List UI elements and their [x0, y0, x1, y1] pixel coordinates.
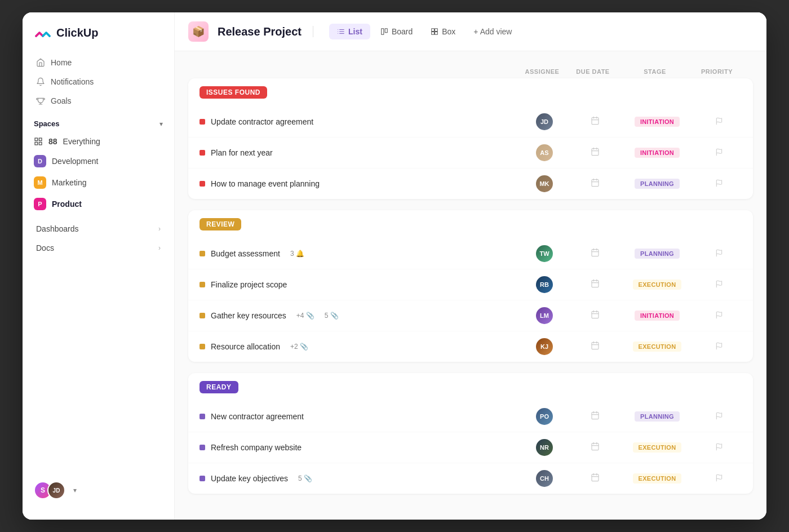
- section-tag-issues-found[interactable]: ISSUES FOUND: [200, 86, 267, 99]
- task-row[interactable]: Gather key resources+4 📎5 📎LMINITIATION: [188, 300, 753, 331]
- priority-cell[interactable]: [697, 280, 742, 290]
- sidebar-item-dashboards[interactable]: Dashboards ›: [29, 219, 167, 238]
- calendar-icon: [591, 341, 600, 352]
- task-row[interactable]: How to manage event planningMKPLANNING: [188, 169, 753, 199]
- task-row[interactable]: Plan for next yearASINITIATION: [188, 138, 753, 169]
- task-name-cell: Gather key resources+4 📎5 📎: [200, 311, 516, 320]
- priority-cell[interactable]: [697, 148, 742, 158]
- tab-list[interactable]: List: [329, 24, 370, 39]
- spaces-chevron-icon[interactable]: ▾: [159, 120, 163, 128]
- svg-rect-15: [435, 32, 438, 35]
- stage-cell[interactable]: PLANNING: [618, 249, 697, 259]
- due-date-cell[interactable]: [573, 341, 618, 352]
- section-ready: READYNew contractor agreementPOPLANNINGR…: [188, 373, 753, 494]
- flag-icon: [715, 117, 723, 127]
- section-tag-ready[interactable]: READY: [200, 381, 238, 393]
- stage-cell[interactable]: EXECUTION: [618, 280, 697, 290]
- task-name-cell: Resource allocation+2 📎: [200, 342, 516, 351]
- assignee-cell: CH: [516, 470, 573, 487]
- flag-icon: [715, 280, 723, 290]
- user-menu-chevron-icon[interactable]: ▾: [73, 486, 77, 494]
- due-date-cell[interactable]: [573, 411, 618, 422]
- svg-rect-46: [592, 343, 599, 349]
- due-date-cell[interactable]: [573, 310, 618, 321]
- priority-cell[interactable]: [697, 412, 742, 422]
- priority-cell[interactable]: [697, 249, 742, 259]
- svg-rect-0: [35, 138, 38, 141]
- svg-rect-61: [592, 475, 599, 481]
- spaces-label: Spaces: [34, 119, 60, 128]
- task-dot: [200, 344, 205, 349]
- sidebar-item-docs[interactable]: Docs ›: [29, 238, 167, 258]
- stage-cell[interactable]: EXECUTION: [618, 442, 697, 453]
- stage-cell[interactable]: PLANNING: [618, 411, 697, 422]
- task-dot: [200, 119, 205, 125]
- tab-board[interactable]: Board: [373, 24, 420, 39]
- docs-chevron-icon: ›: [158, 244, 161, 252]
- assignee-cell: PO: [516, 408, 573, 425]
- priority-cell[interactable]: [697, 474, 742, 484]
- task-badge: +4 📎: [296, 312, 314, 320]
- task-row[interactable]: Resource allocation+2 📎KJEXECUTION: [188, 331, 753, 362]
- task-row[interactable]: Update key objectives5 📎CHEXECUTION: [188, 463, 753, 494]
- priority-cell[interactable]: [697, 179, 742, 189]
- stage-cell[interactable]: EXECUTION: [618, 342, 697, 352]
- due-date-cell[interactable]: [573, 178, 618, 189]
- sidebar-item-development[interactable]: D Development: [27, 150, 170, 172]
- avatar: NR: [536, 439, 553, 456]
- priority-cell[interactable]: [697, 117, 742, 127]
- avatar: TW: [536, 245, 553, 262]
- sidebar-item-goals[interactable]: Goals: [29, 91, 167, 110]
- svg-rect-41: [592, 312, 599, 318]
- stage-cell[interactable]: INITIATION: [618, 117, 697, 127]
- task-row[interactable]: New contractor agreementPOPLANNING: [188, 401, 753, 432]
- due-date-cell[interactable]: [573, 147, 618, 158]
- due-date-cell[interactable]: [573, 248, 618, 259]
- due-date-cell[interactable]: [573, 116, 618, 127]
- logo-area: ClickUp: [23, 24, 174, 53]
- task-badge: 5 📎: [325, 312, 339, 320]
- project-icon: 📦: [188, 21, 209, 42]
- section-review: REVIEWBudget assessment3 🔔TWPLANNINGFina…: [188, 210, 753, 362]
- flag-icon: [715, 249, 723, 259]
- task-dot: [200, 282, 205, 287]
- due-date-cell[interactable]: [573, 473, 618, 484]
- everything-count: 88: [48, 137, 57, 146]
- task-name-cell: Finalize project scope: [200, 280, 516, 289]
- add-view-button[interactable]: + Add view: [466, 24, 520, 39]
- priority-cell[interactable]: [697, 311, 742, 321]
- sidebar-item-product[interactable]: P Product: [27, 193, 170, 215]
- stage-cell[interactable]: EXECUTION: [618, 473, 697, 484]
- avatar: LM: [536, 307, 553, 324]
- col-header-priority: PRIORITY: [694, 68, 739, 75]
- calendar-icon: [591, 279, 600, 290]
- due-date-cell[interactable]: [573, 442, 618, 453]
- priority-cell[interactable]: [697, 342, 742, 352]
- task-name: Update key objectives: [211, 474, 288, 483]
- calendar-icon: [591, 116, 600, 127]
- sidebar-item-everything[interactable]: 88 Everything: [27, 132, 170, 150]
- svg-rect-2: [35, 142, 38, 145]
- stage-badge: EXECUTION: [633, 473, 682, 484]
- tab-box[interactable]: Box: [423, 24, 463, 39]
- task-row[interactable]: Refresh company websiteNREXECUTION: [188, 432, 753, 463]
- board-icon: [380, 28, 388, 36]
- section-tag-review[interactable]: REVIEW: [200, 218, 241, 230]
- stage-cell[interactable]: INITIATION: [618, 148, 697, 158]
- task-row[interactable]: Budget assessment3 🔔TWPLANNING: [188, 238, 753, 269]
- sidebar-item-home[interactable]: Home: [29, 53, 167, 72]
- sidebar-item-marketing[interactable]: M Marketing: [27, 172, 170, 193]
- task-badge: 5 📎: [298, 475, 312, 482]
- task-row[interactable]: Finalize project scopeRBEXECUTION: [188, 269, 753, 300]
- user-avatar-group[interactable]: S JD: [34, 481, 65, 499]
- priority-cell[interactable]: [697, 443, 742, 453]
- sidebar-item-notifications[interactable]: Notifications: [29, 72, 167, 91]
- tab-list-label: List: [348, 27, 362, 36]
- stage-cell[interactable]: INITIATION: [618, 311, 697, 321]
- due-date-cell[interactable]: [573, 279, 618, 290]
- stage-cell[interactable]: PLANNING: [618, 179, 697, 189]
- assignee-cell: AS: [516, 144, 573, 161]
- calendar-icon: [591, 248, 600, 259]
- avatar: PO: [536, 408, 553, 425]
- task-row[interactable]: Update contractor agreementJDINITIATION: [188, 107, 753, 138]
